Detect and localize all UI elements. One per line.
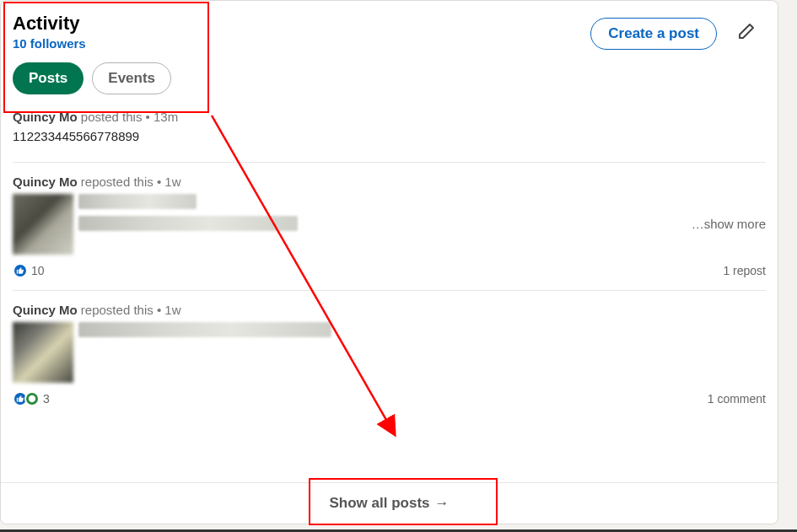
engagement-row: 3 1 comment	[13, 391, 766, 406]
comment-count[interactable]: 1 comment	[708, 392, 766, 406]
celebrate-icon	[24, 391, 40, 406]
header-right: Create a post	[590, 13, 759, 50]
activity-title: Activity	[13, 13, 86, 35]
post-author[interactable]: Quincy Mo	[13, 110, 78, 124]
post-action: reposted this	[81, 303, 153, 317]
redacted-text	[78, 322, 766, 337]
post-time: 1w	[164, 303, 180, 317]
post-time: 13m	[153, 110, 178, 124]
reactions-count: 3	[43, 392, 50, 406]
post-preview-redacted	[13, 322, 766, 383]
redacted-text: …show more	[78, 194, 766, 231]
activity-card: Activity 10 followers Create a post Post…	[0, 0, 778, 524]
post-action: posted this	[81, 110, 143, 124]
like-icon	[13, 263, 28, 278]
reactions-count: 10	[31, 264, 45, 277]
redacted-thumbnail	[13, 322, 73, 383]
post-meta: Quincy Mo reposted this • 1w	[13, 175, 766, 189]
redacted-thumbnail	[13, 194, 73, 255]
post-item[interactable]: Quincy Mo reposted this • 1w	[13, 290, 766, 418]
post-meta: Quincy Mo reposted this • 1w	[13, 303, 766, 317]
activity-tabs: Posts Events	[1, 51, 778, 105]
show-all-label: Show all posts	[329, 495, 429, 512]
post-time: 1w	[164, 175, 180, 189]
show-more-link[interactable]: …show more	[692, 217, 766, 231]
header-left: Activity 10 followers	[13, 13, 86, 51]
followers-link[interactable]: 10 followers	[13, 36, 86, 51]
reactions[interactable]: 3	[13, 391, 50, 406]
post-author[interactable]: Quincy Mo	[13, 303, 78, 317]
post-body: 112233445566778899	[13, 129, 766, 143]
edit-icon[interactable]	[732, 19, 759, 49]
dot-sep: •	[157, 303, 161, 317]
dot-sep: •	[157, 175, 161, 189]
post-item[interactable]: Quincy Mo reposted this • 1w …show more	[13, 162, 766, 290]
post-author[interactable]: Quincy Mo	[13, 175, 78, 189]
activity-header: Activity 10 followers Create a post	[1, 1, 778, 51]
post-preview-redacted: …show more	[13, 194, 766, 255]
create-post-button[interactable]: Create a post	[590, 18, 717, 50]
tab-posts[interactable]: Posts	[13, 62, 83, 94]
dot-sep: •	[146, 110, 150, 124]
engagement-row: 10 1 repost	[13, 263, 766, 278]
post-item[interactable]: Quincy Mo posted this • 13m 112233445566…	[13, 105, 766, 162]
post-action: reposted this	[81, 175, 153, 189]
post-meta: Quincy Mo posted this • 13m	[13, 110, 766, 124]
posts-list: Quincy Mo posted this • 13m 112233445566…	[1, 105, 778, 418]
show-all-posts-link[interactable]: Show all posts →	[329, 495, 449, 512]
tab-events[interactable]: Events	[92, 62, 171, 94]
arrow-right-icon: →	[435, 495, 450, 512]
reactions[interactable]: 10	[13, 263, 45, 278]
activity-footer: Show all posts →	[1, 482, 778, 524]
repost-count[interactable]: 1 repost	[723, 264, 766, 277]
